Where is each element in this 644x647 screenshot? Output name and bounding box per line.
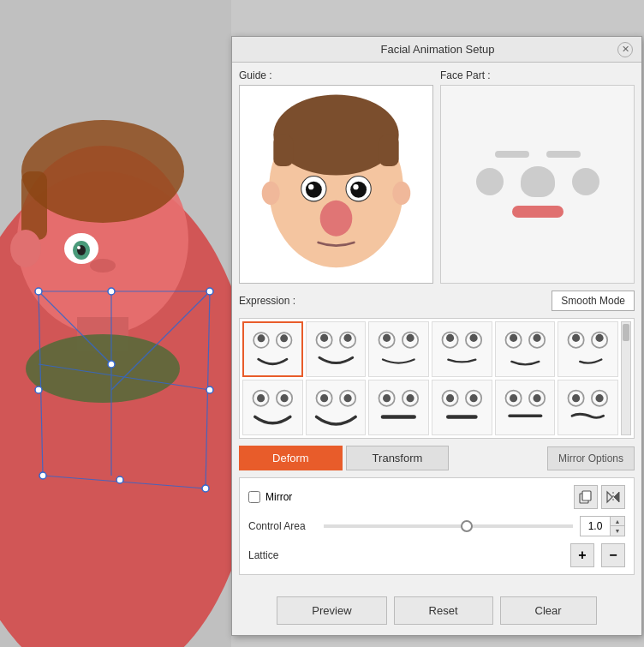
expr-cell-2[interactable] [306,321,367,377]
expr-cell-8[interactable] [306,380,367,435]
svg-point-71 [280,394,288,402]
svg-point-46 [258,334,265,342]
control-area-row: Control Area ▲ ▼ [248,516,625,536]
mirror-checkbox[interactable] [248,491,260,503]
expr-cell-12[interactable] [558,380,618,435]
svg-point-88 [510,394,517,402]
svg-point-54 [383,334,391,342]
svg-point-89 [533,394,540,402]
svg-point-51 [343,334,351,342]
expr-cell-11[interactable] [495,380,556,435]
fp-eyes-row [476,166,599,197]
expr-cell-5[interactable] [495,321,556,377]
scroll-thumb [623,324,629,341]
svg-point-42 [353,184,358,189]
control-area-value[interactable] [581,517,610,536]
lattice-row: Lattice + − [248,543,625,567]
svg-marker-97 [614,492,619,502]
fp-eyebrows-row [495,151,581,158]
svg-point-67 [596,334,604,342]
svg-rect-85 [446,415,478,419]
slider-thumb[interactable] [461,520,473,532]
svg-point-75 [343,394,351,402]
svg-rect-80 [381,415,416,419]
guide-face-svg [240,86,432,283]
expr-cell-1[interactable] [242,321,303,377]
expr-cell-4[interactable] [432,321,492,377]
expr-cell-6[interactable] [558,321,618,377]
expression-grid [242,321,618,435]
lattice-minus-button[interactable]: − [601,543,625,567]
tab-and-options-row: Deform Transform Mirror Options [239,446,635,470]
expr-cell-3[interactable] [368,321,429,377]
expr-cell-7[interactable] [242,380,303,435]
close-button[interactable]: ✕ [617,42,633,57]
svg-point-93 [596,394,604,402]
flip-button[interactable] [601,485,625,509]
svg-point-25 [108,361,115,368]
flip-icon [606,490,620,504]
svg-point-41 [350,182,367,198]
spin-up-button[interactable]: ▲ [611,517,624,526]
svg-point-39 [308,184,313,189]
mirror-label: Mirror [265,491,292,503]
expression-grid-container [239,318,635,439]
expression-row: Expression : Smooth Mode [239,291,635,311]
preview-button[interactable]: Preview [277,596,386,625]
fp-mouth-row [512,206,564,218]
svg-point-9 [77,246,80,249]
spin-arrows: ▲ ▼ [610,517,624,536]
svg-point-10 [90,259,116,273]
control-area-spin: ▲ ▼ [580,516,625,536]
fp-nose [521,166,555,197]
lattice-label: Lattice [248,549,317,561]
face-part-section: Face Part : [440,69,635,284]
control-area-slider[interactable] [324,524,573,528]
copy-button[interactable] [574,485,598,509]
spin-down-button[interactable]: ▼ [611,526,624,536]
svg-point-38 [306,182,322,198]
face-part-box [440,85,635,284]
svg-point-24 [35,386,42,393]
svg-point-22 [108,288,115,295]
svg-point-36 [392,182,410,205]
svg-point-32 [273,94,398,175]
fp-eye-right [572,168,599,195]
fp-eye-left [476,168,504,195]
svg-point-70 [257,394,265,402]
character-illustration [0,0,231,647]
svg-point-58 [446,334,454,342]
smooth-mode-button[interactable]: Smooth Mode [552,291,635,311]
svg-point-63 [533,334,540,342]
expr-cell-9[interactable] [368,380,429,435]
expression-label: Expression : [239,295,295,307]
svg-point-47 [280,334,288,342]
svg-rect-4 [21,171,47,240]
dialog-title: Facial Animation Setup [258,43,617,56]
options-area: Mirror [239,477,635,575]
svg-point-23 [206,288,213,295]
reset-button[interactable]: Reset [394,596,493,625]
svg-point-78 [383,394,391,402]
guide-section: Guide : [239,69,433,284]
face-part-label: Face Part : [440,69,635,81]
svg-point-84 [469,394,477,402]
clear-button[interactable]: Clear [500,596,597,625]
svg-point-50 [320,334,328,342]
expression-scrollbar[interactable] [621,321,631,435]
svg-rect-33 [273,135,293,167]
svg-point-5 [10,230,41,267]
fp-eyebrow-right [546,151,581,158]
copy-flip-buttons [574,485,625,509]
expr-cell-10[interactable] [432,380,492,435]
copy-icon [579,490,593,504]
tab-transform[interactable]: Transform [346,446,450,470]
svg-point-43 [320,201,353,237]
svg-point-55 [407,334,414,342]
lattice-plus-button[interactable]: + [570,543,594,567]
svg-point-62 [510,334,517,342]
mirror-options-button[interactable]: Mirror Options [547,446,635,470]
tab-deform[interactable]: Deform [239,446,343,470]
mirror-and-icons-row: Mirror [248,485,625,509]
svg-rect-95 [582,491,591,500]
